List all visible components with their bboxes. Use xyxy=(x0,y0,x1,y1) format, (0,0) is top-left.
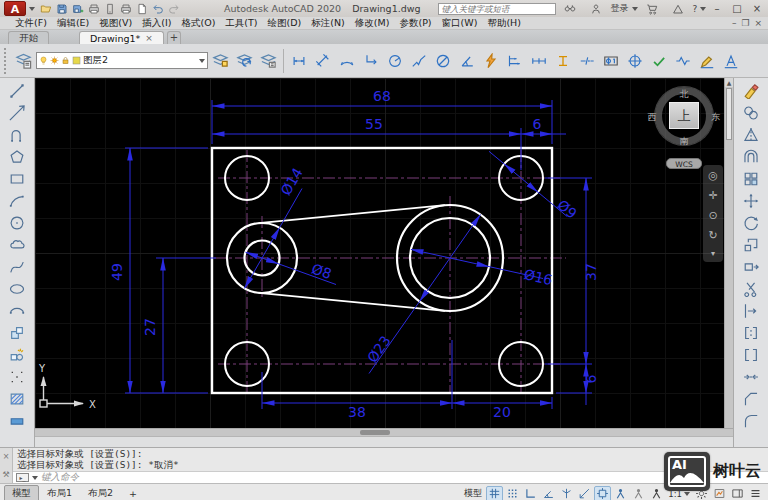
horizontal-scroll-thumb[interactable] xyxy=(360,430,390,435)
ortho-icon[interactable] xyxy=(522,486,539,500)
quick-dim-icon[interactable] xyxy=(479,49,502,73)
viewcube-north[interactable]: 北 xyxy=(674,88,694,101)
dim-arc-length-icon[interactable] xyxy=(335,49,358,73)
model-tab[interactable]: 模型 xyxy=(4,485,39,500)
layer-states-icon[interactable] xyxy=(257,49,280,73)
menu-item-2[interactable]: 视图(V) xyxy=(94,17,137,30)
sign-in-caret-icon[interactable] xyxy=(632,7,638,11)
dim-diameter-icon[interactable] xyxy=(431,49,454,73)
fillet-icon[interactable] xyxy=(738,410,764,432)
move-icon[interactable] xyxy=(738,190,764,212)
trim-icon[interactable] xyxy=(738,278,764,300)
scale-icon[interactable] xyxy=(738,234,764,256)
sign-in-link[interactable]: 登录 xyxy=(611,2,629,15)
dim-break-icon[interactable] xyxy=(575,49,598,73)
multiple-points-icon[interactable] xyxy=(4,366,30,388)
vertical-scrollbar[interactable]: ▲ xyxy=(724,78,733,428)
dim-radius-icon[interactable] xyxy=(383,49,406,73)
dim-edit-icon[interactable] xyxy=(695,49,718,73)
model-canvas[interactable]: 68 55 6 49 27 37 6 38 20 Ø14 Ø8 Ø16 Ø23 … xyxy=(35,78,733,428)
menu-item-10[interactable]: 窗口(W) xyxy=(437,17,483,30)
menu-item-0[interactable]: 文件(F) xyxy=(10,17,52,30)
toolbar-grip[interactable] xyxy=(4,48,9,74)
viewcube-east[interactable]: 东 xyxy=(706,111,726,124)
hatch-icon[interactable] xyxy=(4,388,30,410)
doc-close-button[interactable]: × xyxy=(754,18,762,28)
dim-aligned-icon[interactable] xyxy=(311,49,334,73)
menu-item-5[interactable]: 工具(T) xyxy=(220,17,262,30)
rectangle-icon[interactable] xyxy=(4,168,30,190)
layer-previous-icon[interactable] xyxy=(233,49,256,73)
mobile-icon[interactable] xyxy=(102,1,117,16)
circle-icon[interactable] xyxy=(4,212,30,234)
object-snap-tracking-icon[interactable] xyxy=(576,486,593,500)
layout1-tab[interactable]: 布局1 xyxy=(39,485,80,500)
polar-tracking-icon[interactable] xyxy=(540,486,557,500)
tab-start[interactable]: 开始 xyxy=(8,31,49,44)
polyline-icon[interactable] xyxy=(4,124,30,146)
arc-icon[interactable] xyxy=(4,190,30,212)
viewcube-west[interactable]: 西 xyxy=(642,111,662,124)
close-button[interactable]: × xyxy=(750,3,764,14)
object-snap-icon[interactable] xyxy=(594,486,611,500)
break-icon[interactable] xyxy=(738,344,764,366)
menu-item-11[interactable]: 帮助(H) xyxy=(482,17,526,30)
ellipse-icon[interactable] xyxy=(4,278,30,300)
horizontal-scrollbar[interactable] xyxy=(35,428,733,436)
add-layout-button[interactable]: + xyxy=(121,486,145,500)
jogged-linear-icon[interactable] xyxy=(671,49,694,73)
new-drawing-tab-button[interactable]: + xyxy=(167,31,181,44)
open-icon[interactable] xyxy=(38,1,53,16)
vertical-scroll-thumb[interactable] xyxy=(726,88,732,140)
layout2-tab[interactable]: 布局2 xyxy=(80,485,121,500)
spline-icon[interactable] xyxy=(4,256,30,278)
print-icon[interactable] xyxy=(118,1,133,16)
isodraft-icon[interactable] xyxy=(558,486,575,500)
dim-baseline-icon[interactable] xyxy=(503,49,526,73)
scroll-up-icon[interactable]: ▲ xyxy=(725,78,733,87)
command-caret-icon[interactable] xyxy=(32,476,38,480)
plot-icon[interactable] xyxy=(86,1,101,16)
dimension-lines[interactable] xyxy=(130,106,586,405)
insert-block-icon[interactable] xyxy=(4,322,30,344)
undo-icon[interactable] xyxy=(150,1,165,16)
tangent-line-top[interactable] xyxy=(259,205,445,223)
dim-linear-icon[interactable] xyxy=(287,49,310,73)
center-mark-icon[interactable] xyxy=(623,49,646,73)
tab-drawing1[interactable]: Drawing1* × xyxy=(79,31,164,44)
dim-continue-icon[interactable] xyxy=(527,49,550,73)
layer-combo-caret-icon[interactable] xyxy=(199,59,205,63)
annotation-visibility-icon[interactable] xyxy=(612,486,629,500)
dim-angular-icon[interactable] xyxy=(455,49,478,73)
restore-button[interactable]: □ xyxy=(730,3,744,14)
help-caret-icon[interactable] xyxy=(700,7,706,11)
search-input[interactable] xyxy=(438,3,556,15)
help-icon[interactable]: ? xyxy=(693,4,698,14)
create-block-icon[interactable] xyxy=(4,344,30,366)
erase-icon[interactable] xyxy=(738,80,764,102)
command-close-icon[interactable]: × xyxy=(3,452,10,461)
menu-item-3[interactable]: 插入(I) xyxy=(137,17,176,30)
layer-properties-icon[interactable] xyxy=(12,49,35,73)
steering-wheel-icon[interactable]: ◎ xyxy=(708,169,718,182)
grid-icon[interactable] xyxy=(486,486,503,500)
revision-cloud-icon[interactable] xyxy=(4,234,30,256)
menu-item-8[interactable]: 修改(M) xyxy=(350,17,395,30)
break-at-point-icon[interactable] xyxy=(738,322,764,344)
make-current-icon[interactable] xyxy=(209,49,232,73)
dim-jogged-icon[interactable] xyxy=(407,49,430,73)
menu-item-9[interactable]: 参数(P) xyxy=(394,17,436,30)
extend-icon[interactable] xyxy=(738,300,764,322)
dim-text-edit-icon[interactable] xyxy=(719,49,742,73)
gradient-icon[interactable] xyxy=(4,410,30,432)
chamfer-icon[interactable] xyxy=(738,388,764,410)
menu-item-1[interactable]: 编辑(E) xyxy=(52,17,94,30)
model-space-indicator[interactable]: 模型 xyxy=(464,487,482,500)
stretch-icon[interactable] xyxy=(738,256,764,278)
viewcube-south[interactable]: 南 xyxy=(674,135,694,148)
dim-inspect-icon[interactable] xyxy=(647,49,670,73)
auto-scale-icon[interactable] xyxy=(630,486,647,500)
tab-close-icon[interactable]: × xyxy=(145,33,153,43)
command-tools-icon[interactable]: ⚒ xyxy=(2,470,9,479)
layer-combo[interactable]: 图层2 xyxy=(36,52,208,69)
